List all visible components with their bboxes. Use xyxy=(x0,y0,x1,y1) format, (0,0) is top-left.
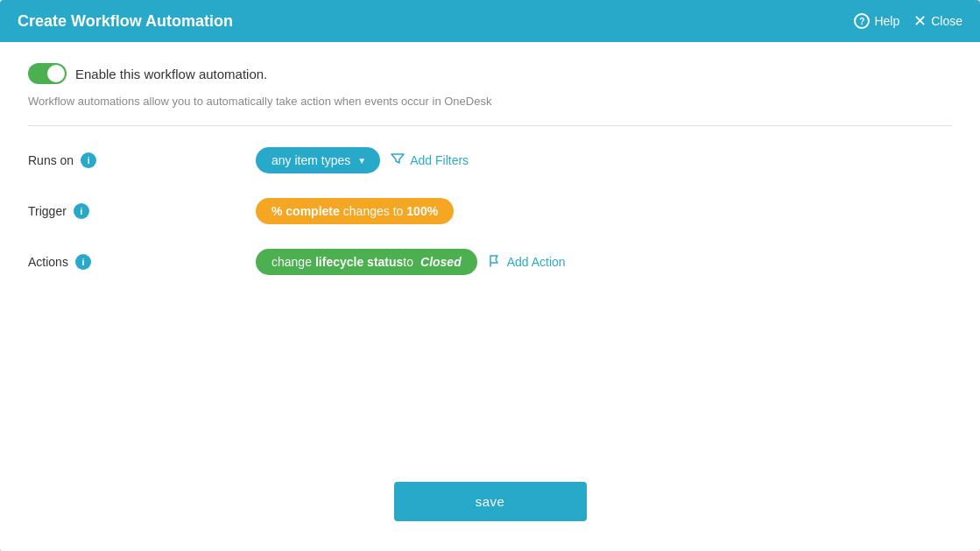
form-section: Runs on i any item types ▼ xyxy=(28,147,952,464)
help-label: Help xyxy=(874,14,899,28)
toggle-label: Enable this workflow automation. xyxy=(75,67,267,81)
action-badge-part3: to xyxy=(403,255,413,269)
trigger-label-col: Trigger i xyxy=(28,203,151,219)
actions-label-col: Actions i xyxy=(28,254,151,270)
modal-container: Create Workflow Automation ? Help ✕ Clos… xyxy=(0,0,980,551)
actions-row: Actions i change lifecycle status to Clo… xyxy=(28,249,952,275)
action-badge-part2: lifecycle status xyxy=(315,255,403,269)
runs-on-label-col: Runs on i xyxy=(28,152,151,168)
close-icon: ✕ xyxy=(913,13,927,29)
add-filters-button[interactable]: Add Filters xyxy=(391,152,469,169)
trigger-badge-part3: 100% xyxy=(406,204,438,218)
action-badge[interactable]: change lifecycle status to Closed xyxy=(256,249,477,275)
modal-header: Create Workflow Automation ? Help ✕ Clos… xyxy=(0,0,980,42)
toggle-row: Enable this workflow automation. xyxy=(28,63,952,84)
filter-icon xyxy=(391,152,405,169)
help-icon: ? xyxy=(854,13,870,29)
close-button[interactable]: ✕ Close xyxy=(913,13,962,29)
runs-on-info-icon[interactable]: i xyxy=(81,152,96,168)
trigger-info-icon[interactable]: i xyxy=(74,203,89,219)
add-filters-label: Add Filters xyxy=(410,153,469,167)
trigger-badge-part1: % complete xyxy=(271,204,340,218)
modal-title: Create Workflow Automation xyxy=(18,12,233,31)
trigger-badge[interactable]: % complete changes to 100% xyxy=(256,198,454,224)
trigger-content: % complete changes to 100% xyxy=(256,198,952,224)
action-badge-part4: Closed xyxy=(420,255,462,269)
add-action-label: Add Action xyxy=(507,255,566,269)
save-row: save xyxy=(28,464,952,530)
actions-label: Actions xyxy=(28,255,68,269)
runs-on-content: any item types ▼ Add Filters xyxy=(256,147,952,173)
runs-on-dropdown[interactable]: any item types ▼ xyxy=(256,147,380,173)
save-button[interactable]: save xyxy=(394,482,587,521)
trigger-row: Trigger i % complete changes to 100% xyxy=(28,198,952,224)
chevron-down-icon: ▼ xyxy=(357,156,366,166)
actions-content: change lifecycle status to Closed Add Ac… xyxy=(256,249,952,275)
runs-on-label: Runs on xyxy=(28,153,74,167)
trigger-label: Trigger xyxy=(28,204,67,218)
divider xyxy=(28,125,952,126)
trigger-badge-part2: changes to xyxy=(343,204,404,218)
action-badge-part1: change xyxy=(271,255,312,269)
add-action-button[interactable]: Add Action xyxy=(488,254,566,271)
flag-icon xyxy=(488,254,502,271)
enable-toggle[interactable] xyxy=(28,63,67,84)
header-actions: ? Help ✕ Close xyxy=(854,13,962,29)
actions-info-icon[interactable]: i xyxy=(75,254,91,270)
modal-body: Enable this workflow automation. Workflo… xyxy=(0,42,980,551)
description-text: Workflow automations allow you to automa… xyxy=(28,95,952,108)
close-label: Close xyxy=(931,14,962,28)
runs-on-dropdown-text: any item types xyxy=(271,153,350,167)
help-button[interactable]: ? Help xyxy=(854,13,899,29)
runs-on-row: Runs on i any item types ▼ xyxy=(28,147,952,173)
